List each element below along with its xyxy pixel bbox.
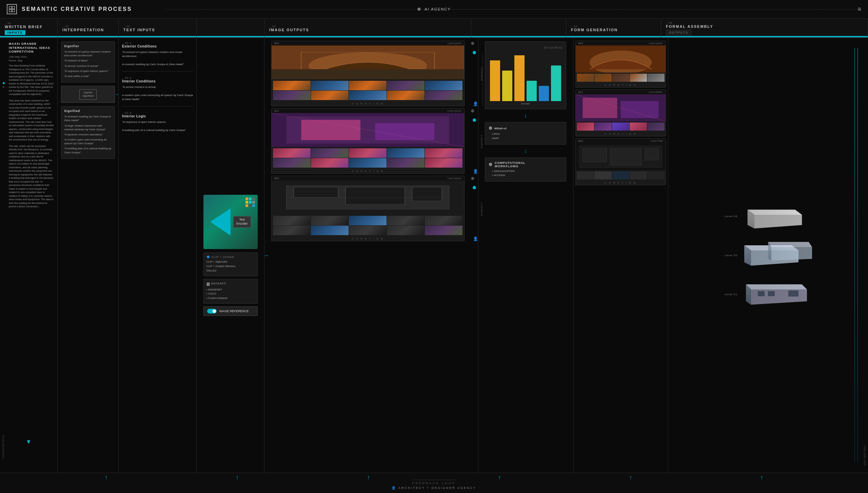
svg-marker-39 (771, 247, 812, 261)
feedback-arrow-1: ↑ (105, 474, 108, 481)
signifier-diagram: Signifie Signifiant (61, 86, 115, 103)
encoder-triangle (210, 208, 231, 235)
models-box: 🔷 CLIP + VOGAN CLIP + StyleGAN CLIP + Gu… (203, 252, 258, 276)
blue-dot-plan (473, 186, 476, 189)
interior-panel-num: 22.1 (274, 110, 279, 112)
chart-encoder-label: Encoder (489, 102, 563, 105)
bottom-labels: FEEDBACK LOOP 👤 ARCHITECT + DESIGNER AGE… (392, 480, 476, 490)
signifier-box: Signifier "A moment of rupture between m… (61, 41, 115, 82)
chart-bar-2 (502, 71, 512, 101)
signified-title: Signified (64, 109, 112, 113)
exterior-main-thumb (272, 45, 464, 79)
section-023-text: "A sequence of open interior spaces; A b… (122, 120, 193, 132)
svg-rect-2 (9, 10, 12, 12)
ext-thumb-10 (425, 91, 462, 100)
form-thumb-2-3 (612, 122, 629, 131)
header-text-inputs: _.02 TEXT INPUTS (119, 19, 197, 37)
image-ref-toggle[interactable]: IMAGE REFERENCE (203, 306, 258, 316)
top-bar: SEMANTIC CREATIVE PROCESS ❄ AI AGENCY ≡ (0, 0, 868, 19)
int-thumb-2 (311, 148, 349, 158)
header-formal-assembly: _.05 FORMAL ASSEMBLY OUTPUTS (661, 19, 868, 37)
right-side-text: Image Scale: 100% (864, 445, 866, 466)
form-main-thumb-1 (576, 45, 666, 73)
form-panel-2-header: 22.1 Level MIDAC (576, 90, 666, 94)
svg-rect-17 (412, 187, 442, 201)
ext-thumb-1 (273, 81, 311, 90)
level-03-row: Level 03 (721, 203, 815, 230)
section-022-num: _.02.2 (122, 76, 193, 79)
dot-inactive (3, 86, 4, 88)
signified-quote-4: "a modern open void connecting all space… (64, 138, 112, 145)
signifier-quote-3: "A serene moment of arrival" (64, 64, 112, 68)
svg-rect-11 (375, 123, 435, 140)
form-thumb-1-5 (647, 74, 665, 82)
signifier-quote-2: "A network of ideas" (64, 59, 112, 62)
form-panel-3: 03.5 Level PINN C U R A T I O N (575, 138, 666, 185)
ai-encoder-column: 09.4 128 256 512 Encoder ↓ ⚙ MiDaS-v2 Le… (478, 38, 573, 473)
form-curation-label-1: C U R A T I O N (576, 83, 666, 87)
form-thumb-1-2 (594, 74, 612, 82)
form-thumb-2-5 (647, 122, 665, 131)
chart-box: 09.4 128 256 512 Encoder (485, 41, 566, 109)
inputs-tab: INPUTS (5, 30, 25, 35)
model-item-3: DALLE2 (206, 269, 255, 273)
exterior-panel-num: 09.4 (274, 42, 279, 44)
menu-icon[interactable]: ≡ (857, 6, 861, 13)
chart-to-midas-arrow: ↓ (524, 113, 527, 119)
form-curation-label-2: C U R A T I O N (576, 132, 666, 136)
svg-rect-7 (272, 69, 464, 79)
left-side-text: FONDAZIONE MAXXI (2, 435, 4, 459)
level-01-shape (741, 281, 815, 308)
header-ai-encoder (471, 19, 566, 37)
plan-image-panel: 03.5 Lorem ipsum (271, 176, 465, 241)
signifier-quote-4: "A sequence of open interior spaces" (64, 69, 112, 73)
level-02-row: Level 02 (721, 240, 815, 271)
form-thumb-3-2 (594, 171, 612, 179)
header-interpretation: _.01 INTERPRETATION (58, 19, 119, 37)
section-021-text: "A moment of rupture between modern and … (122, 50, 193, 67)
midas-items: LeRes NeRF (489, 132, 563, 141)
midas-item-2: NeRF (492, 136, 563, 141)
form-panel-3-num: 03.5 (578, 140, 583, 142)
chart-bars (489, 50, 563, 101)
svg-marker-30 (748, 210, 802, 215)
plan-thumb-2 (311, 216, 349, 225)
int-thumb-1 (273, 148, 311, 158)
svg-marker-37 (768, 242, 812, 247)
level-02-label: Level 02 (721, 254, 737, 257)
form-panel-2-num: 22.1 (578, 91, 583, 93)
header-form-generation: _.04 FORM GENERATION (566, 19, 661, 37)
person-plan-icon: 👤 (473, 236, 478, 241)
section-021-title: Exterior Conditions (122, 44, 193, 48)
svg-rect-43 (758, 291, 765, 296)
exterior-curation-label: C U R A T I O N (272, 101, 464, 106)
plan-image-grid (272, 214, 464, 236)
dataset-header: 🖼 DATASET: (206, 282, 255, 286)
dataset-items: • IMAGENET • COCO • Custom Dataset (206, 288, 255, 301)
plan-panel-num: 03.5 (274, 177, 279, 179)
int-thumb-3 (349, 148, 387, 158)
form-panel-1: 09.4 Lorem ipsum C U R A T I O N (575, 41, 666, 88)
form-thumb-2-2 (594, 122, 612, 131)
int-thumb-10 (425, 158, 462, 168)
interior-curation-label: C U R A T I O N (272, 169, 464, 173)
feedback-arrow-3: ↑ (367, 474, 370, 481)
plan-thumb-4 (387, 216, 425, 225)
toggle-switch[interactable] (207, 309, 217, 314)
level-02-shape (741, 240, 815, 271)
ai-agency-label: ❄ AI AGENCY (417, 6, 451, 12)
header-written-brief: _.00 WRITTEN BRIEF INPUTS (0, 19, 58, 37)
form-main-thumb-3 (576, 143, 666, 170)
model-item-1: CLIP + StyleGAN (206, 260, 255, 264)
interior-main-thumb (272, 113, 464, 147)
section-022-text: "A serene moment of arrival, a modern op… (122, 85, 193, 101)
dataset-item-3: • Custom Dataset (206, 296, 255, 301)
svg-rect-0 (9, 6, 12, 9)
midas-item-1: LeRes (492, 132, 563, 136)
interior-panel-info: Lorem ipsum (448, 110, 461, 112)
plan-thumb-5 (425, 216, 462, 225)
models-title: 🔷 CLIP + VOGAN (206, 255, 255, 259)
encoder-dot-matrix (245, 197, 255, 207)
signified-quote-3: "A dynamic reserach laboratory" (64, 133, 112, 136)
svg-rect-1 (12, 6, 15, 9)
